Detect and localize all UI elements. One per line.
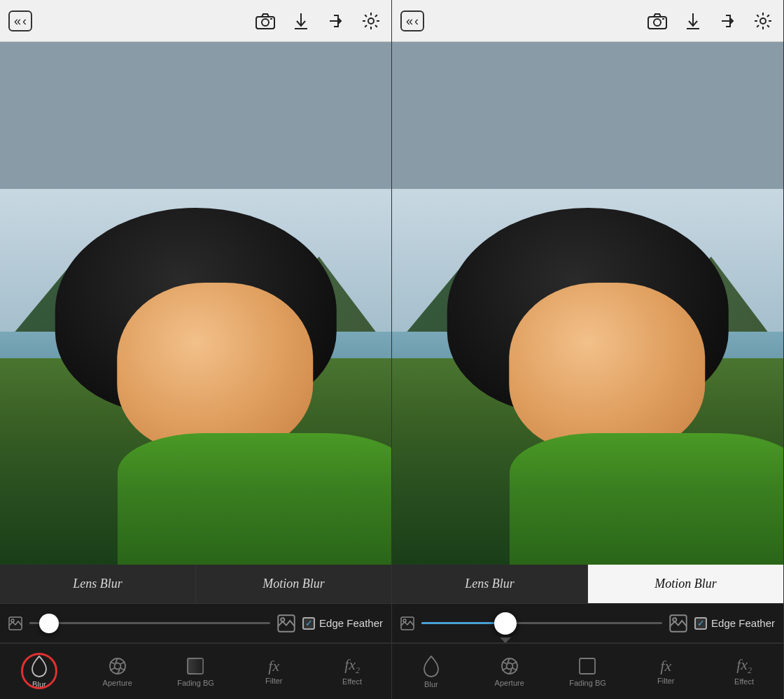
nav-blur-right[interactable]: Blur: [392, 644, 470, 699]
fading-icon-left: [186, 656, 205, 676]
blur-type-row-right: Lens Blur Motion Blur: [392, 565, 783, 604]
svg-point-8: [281, 618, 284, 621]
nav-bar-left: Blur Aperture: [0, 643, 391, 699]
nav-filter-left[interactable]: fx Filter: [234, 644, 313, 699]
effect-icon-right: fx2: [736, 657, 752, 675]
preview-grey-right: [392, 42, 783, 189]
toolbar-right-left: [253, 9, 383, 33]
filter-icon-right: fx: [660, 658, 671, 674]
effect-label-left: Effect: [342, 677, 362, 686]
svg-point-9: [110, 658, 125, 674]
blur-icon-right: [421, 655, 441, 677]
svg-rect-18: [188, 658, 203, 674]
edge-feather-label-right: Edge Feather: [711, 617, 775, 629]
right-toolbar: « ‹: [392, 0, 783, 42]
svg-point-10: [114, 663, 120, 669]
face-left: [118, 283, 314, 452]
slider-thumb-left[interactable]: [39, 614, 59, 633]
fading-label-left: Fading BG: [177, 679, 214, 687]
download-button-right[interactable]: [682, 9, 704, 33]
share-button-left[interactable]: [324, 10, 346, 32]
toolbar-right-right: [645, 9, 775, 33]
back-box-left[interactable]: « ‹: [8, 10, 32, 31]
bottom-controls-left: Lens Blur Motion Blur: [0, 565, 391, 699]
effect-icon-left: fx2: [344, 657, 360, 675]
bottom-controls-right: Lens Blur Motion Blur: [392, 565, 783, 699]
svg-rect-21: [662, 18, 664, 20]
slider-thumb-right[interactable]: [494, 612, 517, 635]
svg-point-28: [502, 658, 517, 674]
svg-rect-2: [270, 18, 272, 20]
blur-label-left: Blur: [32, 680, 46, 689]
nav-filter-right[interactable]: fx Filter: [626, 644, 705, 699]
lens-blur-btn-left[interactable]: Lens Blur: [0, 565, 196, 603]
photo-right: [392, 189, 783, 565]
edge-feather-left: ✓ Edge Feather: [302, 617, 383, 630]
settings-button-left[interactable]: [359, 9, 383, 33]
back-single-left[interactable]: ‹: [22, 15, 27, 27]
fading-label-right: Fading BG: [569, 679, 606, 687]
filter-label-left: Filter: [265, 677, 282, 685]
edge-feather-label-left: Edge Feather: [319, 617, 383, 629]
download-button-left[interactable]: [290, 9, 312, 33]
preview-grey-left: [0, 42, 391, 189]
fading-icon-right: [578, 656, 597, 676]
edge-feather-checkbox-left[interactable]: ✓: [302, 617, 315, 630]
svg-point-6: [11, 619, 14, 622]
svg-point-25: [403, 619, 406, 622]
photo-composite-left: [0, 189, 391, 565]
blur-label-right: Blur: [424, 680, 438, 689]
aperture-label-right: Aperture: [495, 679, 524, 687]
aperture-icon-right: [500, 656, 519, 676]
camera-button-right[interactable]: [645, 10, 670, 32]
blur-type-row-left: Lens Blur Motion Blur: [0, 565, 391, 604]
filter-icon-left: fx: [268, 658, 279, 674]
nav-bar-right: Blur Aperture: [392, 643, 783, 699]
svg-point-23: [760, 18, 766, 24]
nav-aperture-right[interactable]: Aperture: [470, 644, 549, 699]
slider-icon-small-left: [8, 616, 22, 630]
right-panel: « ‹: [392, 0, 784, 699]
left-toolbar: « ‹: [0, 0, 391, 42]
share-button-right[interactable]: [716, 10, 738, 32]
nav-blur-left[interactable]: Blur: [0, 644, 78, 699]
blur-icon-left: [29, 655, 49, 677]
back-box-right[interactable]: « ‹: [400, 10, 424, 31]
aperture-label-left: Aperture: [103, 679, 132, 687]
svg-point-4: [368, 18, 374, 24]
slider-row-left: ✓ Edge Feather: [0, 604, 391, 643]
back-double-right[interactable]: «: [406, 15, 413, 27]
slider-icon-large-left: [277, 614, 295, 633]
photo-composite-right: [392, 189, 783, 565]
slider-icon-small-right: [400, 616, 414, 630]
aperture-icon-left: [108, 656, 127, 676]
motion-blur-btn-right[interactable]: Motion Blur: [588, 565, 783, 603]
shirt-right: [510, 433, 783, 565]
svg-point-1: [262, 19, 269, 26]
photo-left: [0, 189, 391, 565]
nav-aperture-left[interactable]: Aperture: [78, 644, 157, 699]
nav-fading-left[interactable]: Fading BG: [157, 644, 235, 699]
svg-rect-36: [580, 658, 595, 674]
edge-feather-right: ✓ Edge Feather: [694, 617, 775, 630]
blur-slider-right[interactable]: [421, 614, 662, 633]
lens-blur-btn-right[interactable]: Lens Blur: [392, 565, 588, 603]
motion-blur-btn-left[interactable]: Motion Blur: [196, 565, 391, 603]
blur-slider-left[interactable]: [29, 614, 270, 633]
edge-feather-checkbox-right[interactable]: ✓: [694, 617, 707, 630]
nav-effect-right[interactable]: fx2 Effect: [705, 644, 783, 699]
settings-button-right[interactable]: [751, 9, 775, 33]
svg-point-27: [673, 618, 676, 621]
back-double-left[interactable]: «: [14, 15, 21, 27]
shirt-left: [118, 433, 391, 565]
svg-point-29: [506, 663, 512, 669]
nav-fading-right[interactable]: Fading BG: [549, 644, 627, 699]
camera-button-left[interactable]: [253, 10, 278, 32]
slider-icon-large-right: [669, 614, 687, 633]
nav-effect-left[interactable]: fx2 Effect: [313, 644, 391, 699]
face-right: [510, 283, 706, 452]
back-single-right[interactable]: ‹: [414, 15, 419, 27]
slider-pointer-right: [500, 637, 511, 643]
effect-label-right: Effect: [734, 677, 754, 686]
filter-label-right: Filter: [657, 677, 674, 685]
